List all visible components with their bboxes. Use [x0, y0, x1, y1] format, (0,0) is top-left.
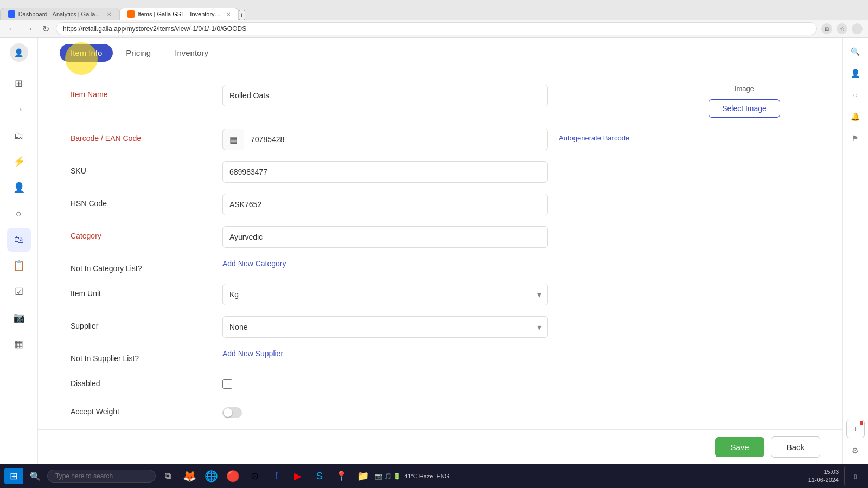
sku-row: SKU [71, 161, 809, 183]
hsn-input[interactable] [222, 194, 548, 215]
taskbar-start-button[interactable]: ⊞ [4, 468, 23, 484]
autogenerate-barcode-link[interactable]: Autogenerate Barcode [559, 129, 629, 142]
barcode-icon: ▤ [222, 129, 244, 150]
tab-item-info[interactable]: Item Info [60, 44, 113, 62]
app-layout: 👤 ⊞ → 🗂 ⚡ 👤 ○ 🛍 📋 ☑ 📷 ▦ Item Info Pricin… [0, 38, 868, 464]
sku-input[interactable] [222, 161, 548, 183]
category-label: Category [71, 226, 222, 240]
add-supplier-wrap: Add New Supplier [222, 349, 548, 358]
barcode-input-wrap: ▤ [222, 129, 548, 150]
sidebar-item-table[interactable]: ▦ [7, 332, 31, 356]
add-new-category-link[interactable]: Add New Category [222, 259, 286, 268]
tab-favicon-dashboard [8, 10, 15, 18]
refresh-nav-button[interactable]: ↻ [40, 23, 52, 35]
sidebar-item-tasks[interactable]: ☑ [7, 280, 31, 304]
sidebar-item-person[interactable]: 👤 [7, 176, 31, 200]
taskbar-edge-icon[interactable]: 🌐 [201, 466, 221, 486]
category-row: Category [71, 226, 809, 248]
main-content: Item Info Pricing Inventory Item Name [38, 38, 842, 464]
item-unit-select[interactable]: Kg g L ml Pcs [222, 284, 548, 305]
bottom-bar: Save Back [38, 429, 842, 464]
sidebar-item-globe[interactable]: ○ [7, 202, 31, 226]
form-area: Item Name Image Select Image Barcode / E… [38, 68, 842, 429]
back-button[interactable]: Back [771, 436, 820, 458]
right-icon-user[interactable]: 👤 [846, 64, 865, 82]
image-label: Image [735, 85, 754, 93]
taskbar-task-view[interactable]: ⧉ [158, 466, 177, 486]
right-icon-notification[interactable]: 🔔 [846, 107, 865, 126]
taskbar-files-icon[interactable]: 📁 [353, 466, 373, 486]
sidebar-item-camera[interactable]: 📷 [7, 306, 31, 330]
sidebar-item-avatar[interactable]: 👤 [10, 43, 28, 62]
sidebar-item-folder[interactable]: 🗂 [7, 124, 31, 147]
add-category-wrap: Add New Category [222, 259, 548, 268]
right-icon-flag[interactable]: ⚑ [846, 129, 865, 147]
taskbar-date: 11-06-2024 [808, 476, 839, 484]
new-tab-button[interactable]: + [239, 10, 245, 20]
tab-items[interactable]: Items | Galla GST - Inventory Sof... ✕ [119, 8, 239, 20]
right-icon-search[interactable]: 🔍 [846, 42, 865, 61]
tab-favicon-items [127, 10, 135, 18]
tab-dashboard[interactable]: Dashboard - Analytics | Galla GS... ✕ [0, 8, 119, 20]
taskbar-chrome-icon[interactable]: ⊙ [245, 466, 264, 486]
star-icon[interactable]: ☆ [837, 23, 847, 34]
forward-nav-button[interactable]: → [23, 23, 36, 35]
disabled-row: Disabled [71, 374, 809, 391]
browser-nav: ← → ↻ https://retail.galla.app/mystorev2… [0, 20, 868, 37]
tab-inventory[interactable]: Inventory [164, 44, 219, 62]
accept-weight-toggle[interactable] [222, 407, 242, 418]
taskbar-keyboard-lang: ENG [436, 473, 449, 479]
sku-input-wrap [222, 161, 548, 183]
select-image-button[interactable]: Select Image [709, 99, 780, 118]
address-bar[interactable]: https://retail.galla.app/mystorev2/items… [56, 22, 817, 35]
left-sidebar: 👤 ⊞ → 🗂 ⚡ 👤 ○ 🛍 📋 ☑ 📷 ▦ [0, 38, 38, 464]
taskbar-maps-icon[interactable]: 📍 [331, 466, 351, 486]
tab-close-items[interactable]: ✕ [226, 11, 231, 17]
accept-weight-row: Accept Weight [71, 402, 809, 418]
add-new-supplier-link[interactable]: Add New Supplier [222, 349, 283, 358]
browser-menu-icon[interactable]: ⋯ [852, 23, 863, 34]
taskbar-app3[interactable]: 🔴 [223, 466, 242, 486]
hsn-input-wrap [222, 194, 548, 215]
taskbar-tray-icons: 📷 🎵 🔋 [375, 473, 401, 480]
save-button[interactable]: Save [715, 437, 764, 457]
taskbar-clock: 15:03 11-06-2024 [808, 468, 842, 485]
sidebar-item-integrations[interactable]: ⚡ [7, 150, 31, 174]
item-unit-row: Item Unit Kg g L ml Pcs [71, 284, 809, 305]
taskbar-skype-icon[interactable]: S [310, 466, 329, 486]
not-in-supplier-label: Not In Supplier List? [71, 349, 222, 363]
right-sidebar: 🔍 👤 ○ 🔔 ⚑ + ⚙ [842, 38, 868, 464]
not-in-category-row: Not In Category List? Add New Category [71, 259, 809, 273]
tab-label-dashboard: Dashboard - Analytics | Galla GS... [18, 11, 101, 17]
tab-pricing[interactable]: Pricing [115, 44, 162, 62]
taskbar: ⊞ 🔍 ⧉ 🦊 🌐 🔴 ⊙ f ▶ S 📍 📁 📷 🎵 🔋 41°C Haze … [0, 464, 868, 488]
item-unit-input-wrap: Kg g L ml Pcs [222, 284, 548, 305]
disabled-checkbox[interactable] [222, 379, 232, 389]
sidebar-item-arrow[interactable]: → [7, 98, 31, 121]
hsn-label: HSN Code [71, 194, 222, 208]
taskbar-show-desktop[interactable]: ▯ [844, 466, 864, 486]
taskbar-youtube-icon[interactable]: ▶ [288, 466, 308, 486]
back-nav-button[interactable]: ← [5, 23, 18, 35]
item-name-label: Item Name [71, 85, 222, 99]
tab-close-dashboard[interactable]: ✕ [107, 11, 111, 17]
right-icon-add[interactable]: + [846, 420, 865, 438]
taskbar-search-input[interactable] [47, 470, 156, 483]
supplier-row: Supplier None Supplier 1 Supplier 2 [71, 316, 809, 338]
disabled-checkbox-wrap [222, 374, 548, 391]
taskbar-fb-icon[interactable]: f [266, 466, 286, 486]
item-name-input[interactable] [222, 85, 548, 106]
image-section: Image Select Image [679, 85, 809, 118]
category-input[interactable] [222, 226, 548, 248]
sidebar-item-shopping[interactable]: 🛍 [7, 228, 31, 252]
extensions-icon[interactable]: ⊞ [821, 23, 832, 34]
barcode-input[interactable] [244, 129, 548, 150]
right-icon-circle[interactable]: ○ [846, 86, 865, 104]
right-icon-settings[interactable]: ⚙ [846, 441, 865, 460]
taskbar-search-icon[interactable]: 🔍 [25, 466, 45, 486]
supplier-select[interactable]: None Supplier 1 Supplier 2 [222, 316, 548, 338]
browser-nav-icons: ⊞ ☆ ⋯ [821, 23, 863, 34]
taskbar-firefox-icon[interactable]: 🦊 [180, 466, 199, 486]
sidebar-item-reports[interactable]: 📋 [7, 254, 31, 278]
sidebar-item-dashboard[interactable]: ⊞ [7, 72, 31, 95]
